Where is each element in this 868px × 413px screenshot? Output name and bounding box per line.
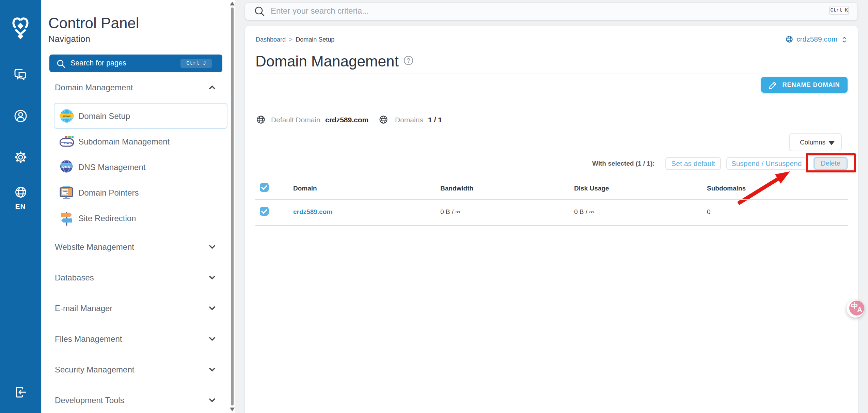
svg-text:www: www [62,190,68,192]
svg-text:―www.: ―www. [61,141,73,144]
svg-text:www: www [63,114,71,118]
svg-text:DNS: DNS [62,165,71,168]
